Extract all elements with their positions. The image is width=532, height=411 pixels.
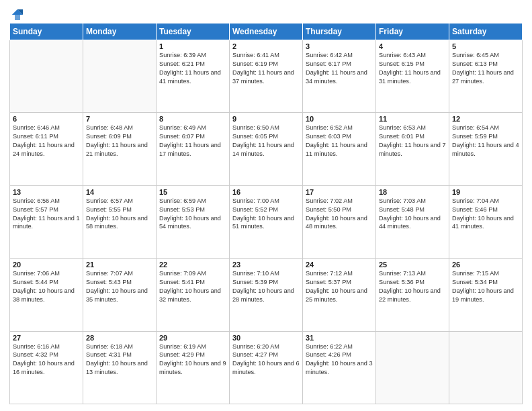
day-number: 17 [306, 188, 373, 196]
header [9, 7, 523, 19]
day-info: Sunrise: 6:18 AMSunset: 4:31 PMDaylight:… [86, 342, 153, 377]
weekday-header-monday: Monday [83, 24, 157, 40]
day-number: 19 [452, 188, 519, 196]
day-number: 31 [306, 334, 373, 342]
day-info: Sunrise: 6:43 AMSunset: 6:15 PMDaylight:… [379, 51, 446, 86]
day-number: 21 [86, 261, 153, 269]
calendar-cell: 20Sunrise: 7:06 AMSunset: 5:44 PMDayligh… [10, 259, 83, 331]
calendar-cell: 10Sunrise: 6:52 AMSunset: 6:03 PMDayligh… [303, 113, 376, 185]
day-number: 7 [86, 115, 153, 123]
calendar-cell: 25Sunrise: 7:13 AMSunset: 5:36 PMDayligh… [376, 259, 449, 331]
weekday-header-sunday: Sunday [10, 24, 83, 40]
calendar-cell: 28Sunrise: 6:18 AMSunset: 4:31 PMDayligh… [83, 331, 157, 404]
day-info: Sunrise: 6:46 AMSunset: 6:11 PMDaylight:… [13, 124, 80, 158]
day-info: Sunrise: 6:45 AMSunset: 6:13 PMDaylight:… [452, 51, 519, 86]
calendar-week-5: 27Sunrise: 6:16 AMSunset: 4:32 PMDayligh… [10, 331, 523, 404]
day-info: Sunrise: 6:20 AMSunset: 4:27 PMDaylight:… [232, 342, 300, 377]
day-number: 23 [232, 261, 300, 269]
day-number: 4 [379, 42, 446, 50]
calendar-cell: 15Sunrise: 6:59 AMSunset: 5:53 PMDayligh… [157, 185, 230, 258]
logo-icon [11, 8, 24, 21]
calendar-cell: 1Sunrise: 6:39 AMSunset: 6:21 PMDaylight… [157, 40, 230, 113]
day-number: 6 [13, 115, 80, 123]
day-info: Sunrise: 7:02 AMSunset: 5:50 PMDaylight:… [306, 197, 373, 232]
day-number: 9 [232, 115, 300, 123]
calendar-cell: 23Sunrise: 7:10 AMSunset: 5:39 PMDayligh… [230, 259, 303, 331]
day-info: Sunrise: 7:07 AMSunset: 5:43 PMDaylight:… [86, 269, 153, 304]
day-number: 13 [13, 188, 80, 196]
calendar-cell: 12Sunrise: 6:54 AMSunset: 5:59 PMDayligh… [449, 113, 523, 185]
day-number: 18 [379, 188, 446, 196]
day-number: 26 [452, 261, 519, 269]
calendar-cell [83, 40, 157, 113]
calendar-cell: 27Sunrise: 6:16 AMSunset: 4:32 PMDayligh… [10, 331, 83, 404]
calendar-cell: 16Sunrise: 7:00 AMSunset: 5:52 PMDayligh… [230, 185, 303, 258]
calendar-cell: 5Sunrise: 6:45 AMSunset: 6:13 PMDaylight… [449, 40, 523, 113]
day-info: Sunrise: 6:56 AMSunset: 5:57 PMDaylight:… [13, 197, 80, 232]
day-info: Sunrise: 7:13 AMSunset: 5:36 PMDaylight:… [379, 269, 446, 304]
day-info: Sunrise: 6:19 AMSunset: 4:29 PMDaylight:… [159, 342, 226, 377]
calendar-table: SundayMondayTuesdayWednesdayThursdayFrid… [9, 23, 523, 404]
day-number: 22 [159, 261, 226, 269]
calendar-cell [449, 331, 523, 404]
day-number: 2 [232, 42, 300, 50]
day-info: Sunrise: 6:48 AMSunset: 6:09 PMDaylight:… [86, 124, 153, 158]
day-number: 8 [159, 115, 226, 123]
calendar-cell: 13Sunrise: 6:56 AMSunset: 5:57 PMDayligh… [10, 185, 83, 258]
calendar-cell [10, 40, 83, 113]
day-info: Sunrise: 6:50 AMSunset: 6:05 PMDaylight:… [232, 124, 300, 158]
calendar-page: SundayMondayTuesdayWednesdayThursdayFrid… [0, 0, 532, 411]
day-info: Sunrise: 7:09 AMSunset: 5:41 PMDaylight:… [159, 269, 226, 304]
calendar-cell: 29Sunrise: 6:19 AMSunset: 4:29 PMDayligh… [157, 331, 230, 404]
day-number: 1 [159, 42, 226, 50]
day-info: Sunrise: 7:04 AMSunset: 5:46 PMDaylight:… [452, 197, 519, 232]
day-number: 24 [306, 261, 373, 269]
calendar-week-3: 13Sunrise: 6:56 AMSunset: 5:57 PMDayligh… [10, 185, 523, 258]
weekday-header-friday: Friday [376, 24, 449, 40]
day-number: 27 [13, 334, 80, 342]
day-info: Sunrise: 7:15 AMSunset: 5:34 PMDaylight:… [452, 269, 519, 304]
day-number: 28 [86, 334, 153, 342]
day-info: Sunrise: 6:59 AMSunset: 5:53 PMDaylight:… [159, 197, 226, 232]
weekday-header-tuesday: Tuesday [157, 24, 230, 40]
day-number: 30 [232, 334, 300, 342]
day-number: 15 [159, 188, 226, 196]
day-number: 12 [452, 115, 519, 123]
day-number: 5 [452, 42, 519, 50]
day-info: Sunrise: 6:57 AMSunset: 5:55 PMDaylight:… [86, 197, 153, 232]
day-info: Sunrise: 6:42 AMSunset: 6:17 PMDaylight:… [306, 51, 373, 86]
weekday-header-row: SundayMondayTuesdayWednesdayThursdayFrid… [10, 24, 523, 40]
day-info: Sunrise: 6:49 AMSunset: 6:07 PMDaylight:… [159, 124, 226, 158]
calendar-week-1: 1Sunrise: 6:39 AMSunset: 6:21 PMDaylight… [10, 40, 523, 113]
calendar-cell: 11Sunrise: 6:53 AMSunset: 6:01 PMDayligh… [376, 113, 449, 185]
day-info: Sunrise: 7:03 AMSunset: 5:48 PMDaylight:… [379, 197, 446, 232]
calendar-cell: 22Sunrise: 7:09 AMSunset: 5:41 PMDayligh… [157, 259, 230, 331]
day-number: 11 [379, 115, 446, 123]
calendar-cell: 24Sunrise: 7:12 AMSunset: 5:37 PMDayligh… [303, 259, 376, 331]
calendar-cell: 26Sunrise: 7:15 AMSunset: 5:34 PMDayligh… [449, 259, 523, 331]
day-info: Sunrise: 6:41 AMSunset: 6:19 PMDaylight:… [232, 51, 300, 86]
calendar-cell: 31Sunrise: 6:22 AMSunset: 4:26 PMDayligh… [303, 331, 376, 404]
calendar-cell: 21Sunrise: 7:07 AMSunset: 5:43 PMDayligh… [83, 259, 157, 331]
calendar-cell: 14Sunrise: 6:57 AMSunset: 5:55 PMDayligh… [83, 185, 157, 258]
calendar-cell: 18Sunrise: 7:03 AMSunset: 5:48 PMDayligh… [376, 185, 449, 258]
weekday-header-wednesday: Wednesday [230, 24, 303, 40]
day-info: Sunrise: 6:54 AMSunset: 5:59 PMDaylight:… [452, 124, 519, 158]
calendar-week-2: 6Sunrise: 6:46 AMSunset: 6:11 PMDaylight… [10, 113, 523, 185]
day-info: Sunrise: 6:52 AMSunset: 6:03 PMDaylight:… [306, 124, 373, 158]
weekday-header-thursday: Thursday [303, 24, 376, 40]
calendar-cell [376, 331, 449, 404]
calendar-cell: 17Sunrise: 7:02 AMSunset: 5:50 PMDayligh… [303, 185, 376, 258]
calendar-cell: 7Sunrise: 6:48 AMSunset: 6:09 PMDaylight… [83, 113, 157, 185]
day-number: 14 [86, 188, 153, 196]
day-number: 20 [13, 261, 80, 269]
weekday-header-saturday: Saturday [449, 24, 523, 40]
calendar-cell: 4Sunrise: 6:43 AMSunset: 6:15 PMDaylight… [376, 40, 449, 113]
day-number: 10 [306, 115, 373, 123]
day-number: 29 [159, 334, 226, 342]
calendar-cell: 8Sunrise: 6:49 AMSunset: 6:07 PMDaylight… [157, 113, 230, 185]
calendar-cell: 19Sunrise: 7:04 AMSunset: 5:46 PMDayligh… [449, 185, 523, 258]
calendar-cell: 2Sunrise: 6:41 AMSunset: 6:19 PMDaylight… [230, 40, 303, 113]
day-info: Sunrise: 7:06 AMSunset: 5:44 PMDaylight:… [13, 269, 80, 304]
logo [9, 9, 24, 19]
